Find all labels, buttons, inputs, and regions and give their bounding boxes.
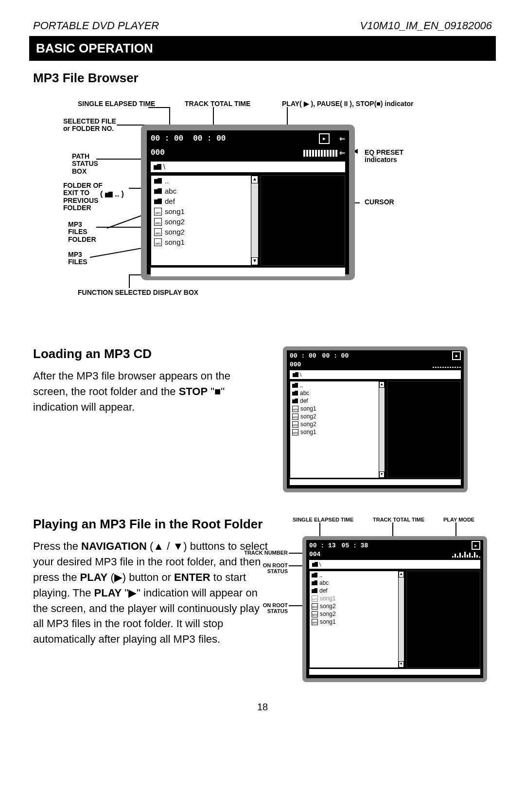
scroll-down-icon[interactable]: ▼	[399, 661, 404, 668]
ann-eq-preset: EQ PRESET indicators	[365, 149, 403, 164]
mp3-icon	[154, 208, 162, 216]
mp3-icon	[154, 218, 162, 226]
path-status-box: \	[309, 560, 480, 569]
mp3-item[interactable]: song1	[310, 618, 404, 626]
mp3-icon	[154, 228, 162, 236]
mp3-icon	[312, 619, 318, 625]
ann-track-number: TRACK NUMBER	[244, 550, 288, 556]
elapsed-time: 00 : 00	[151, 134, 183, 143]
scroll-up-icon[interactable]: ▲	[379, 381, 385, 388]
total-time: 00 : 00	[322, 352, 349, 360]
ann-play-indicator: PLAY( ▶ ), PAUSE( II ), STOP(■) indicato…	[282, 100, 413, 108]
mp3-item[interactable]: song1	[290, 428, 385, 436]
mp3-icon	[292, 406, 298, 412]
eq-indicator	[433, 362, 461, 368]
mp3-icon	[154, 238, 162, 246]
folder-icon	[312, 588, 317, 593]
scrollbar[interactable]: ▲ ▼	[379, 381, 385, 478]
play-icon: ▶	[319, 133, 330, 144]
header-right: V10M10_IM_EN_09182006	[360, 19, 492, 32]
mp3-icon	[312, 603, 318, 610]
path-status-box: \	[151, 162, 345, 172]
mp3-item[interactable]: song2	[151, 227, 258, 237]
scroll-down-icon[interactable]: ▼	[379, 471, 385, 478]
mp3-item-selected[interactable]: song1	[310, 595, 404, 602]
time-bar: 00 : 00 00 : 00 ▶ ⇐	[147, 130, 349, 146]
total-time: 00 : 00	[193, 134, 226, 143]
folder-item[interactable]: def	[151, 196, 258, 206]
function-display-box	[151, 268, 345, 276]
total-time: 05 : 38	[342, 542, 368, 549]
diagram-loading-cd: 00 : 00 00 : 00 ■ 000 \	[283, 346, 468, 492]
scrollbar[interactable]: ▲ ▼	[251, 176, 258, 265]
folder-item[interactable]: def	[310, 587, 404, 595]
mp3-item[interactable]: song2	[310, 602, 404, 610]
eq-indicator	[303, 149, 337, 157]
mp3-item[interactable]: song2	[151, 217, 258, 227]
folder-up-item[interactable]: ..	[290, 381, 385, 389]
scroll-up-icon[interactable]: ▲	[399, 571, 404, 577]
mp3-icon	[292, 421, 298, 428]
scroll-down-icon[interactable]: ▼	[251, 257, 258, 265]
path-status-box: \	[290, 370, 461, 379]
eq-indicator	[452, 552, 480, 558]
diagram-mp3-browser: SINGLE ELAPSED TIME TRACK TOTAL TIME PLA…	[44, 100, 481, 334]
ann-folder-exit-glyph: ( .. )	[100, 190, 124, 198]
ann-track-total: TRACK TOTAL TIME	[373, 517, 424, 523]
ann-single-elapsed: SINGLE ELAPSED TIME	[293, 517, 353, 523]
mp3-item[interactable]: song2	[290, 413, 385, 420]
folder-icon	[154, 188, 162, 194]
file-list-pane: .. abc def song1 song2 song2 song1 ▲ ▼	[151, 175, 259, 266]
para-loading-cd: After the MP3 file browser appears on th…	[33, 368, 268, 415]
elapsed-time: 00 : 13	[309, 542, 336, 549]
folder-icon	[292, 383, 298, 388]
elapsed-time: 00 : 00	[290, 352, 316, 360]
scroll-up-icon[interactable]: ▲	[251, 176, 258, 183]
folder-icon	[292, 398, 298, 403]
folder-item[interactable]: def	[290, 397, 385, 405]
ann-path-status: PATH STATUS BOX	[72, 153, 98, 175]
function-display-box	[290, 479, 461, 485]
mp3-icon	[292, 414, 298, 420]
ann-play-mode: PLAY MODE	[443, 517, 474, 523]
folder-icon	[292, 391, 298, 396]
page-number: 18	[29, 702, 496, 713]
folder-icon	[312, 573, 317, 577]
stop-icon: ■	[452, 351, 461, 360]
folder-icon	[312, 580, 317, 585]
mp3-item[interactable]: song2	[310, 610, 404, 618]
diagram-playing-root: SINGLE ELAPSED TIME TRACK TOTAL TIME PLA…	[283, 517, 492, 682]
arrow-left-icon: ⇐	[339, 146, 345, 159]
folder-item[interactable]: abc	[290, 389, 385, 397]
mp3-item[interactable]: song1	[290, 405, 385, 413]
ann-on-root-2: ON ROOT STATUS	[244, 602, 288, 614]
scrollbar[interactable]: ▲ ▼	[398, 571, 404, 668]
ann-on-root-1: ON ROOT STATUS	[244, 562, 288, 574]
ann-cursor: CURSOR	[365, 198, 394, 206]
title-mp3-browser: MP3 File Browser	[29, 71, 496, 86]
title-loading-cd: Loading an MP3 CD	[33, 346, 268, 361]
folder-up-item[interactable]: ..	[310, 571, 404, 579]
section-bar: BASIC OPERATION	[29, 36, 496, 61]
ann-single-elapsed: SINGLE ELAPSED TIME	[78, 100, 155, 108]
arrow-left-icon: ⇐	[339, 132, 345, 144]
folder-up-item[interactable]: ..	[151, 176, 258, 186]
selected-number: 000	[290, 361, 301, 368]
page-header: PORTABLE DVD PLAYER V10M10_IM_EN_0918200…	[29, 19, 496, 36]
mp3-icon	[292, 429, 298, 435]
mp3-item[interactable]: song2	[290, 420, 385, 428]
folder-item[interactable]: abc	[151, 186, 258, 196]
mp3-item[interactable]: song1	[151, 237, 258, 247]
mp3-icon	[312, 611, 318, 617]
header-left: PORTABLE DVD PLAYER	[33, 19, 159, 32]
folder-icon	[312, 562, 318, 567]
folder-icon	[154, 178, 162, 184]
ann-func-box: FUNCTION SELECTED DISPLAY BOX	[78, 289, 198, 296]
function-display-box	[309, 669, 480, 675]
folder-item[interactable]: abc	[310, 579, 404, 587]
mp3-icon	[312, 595, 318, 602]
preview-pane	[261, 175, 345, 266]
ann-track-total: TRACK TOTAL TIME	[185, 100, 250, 108]
folder-icon	[154, 164, 161, 170]
mp3-item[interactable]: song1	[151, 206, 258, 217]
